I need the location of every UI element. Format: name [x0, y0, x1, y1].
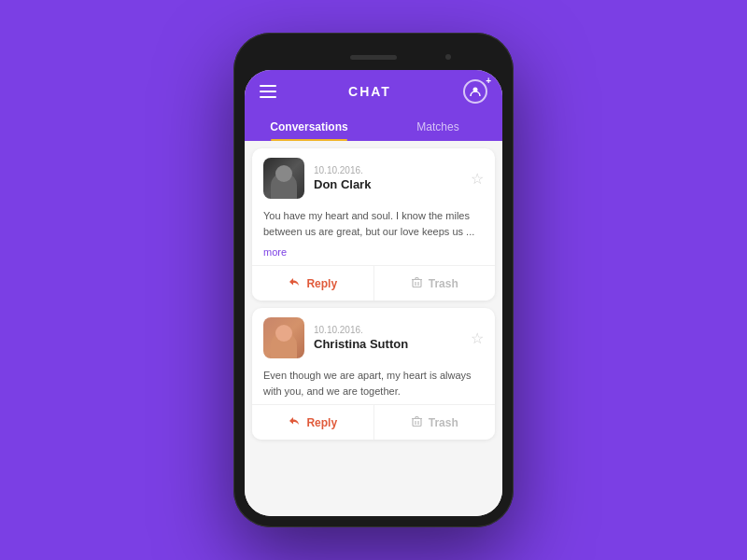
star-button-1[interactable]: ☆	[471, 170, 484, 188]
reply-icon-2	[288, 414, 301, 430]
message-name-2: Christina Sutton	[314, 337, 461, 351]
message-header-2: 10.10.2016. Christina Sutton ☆	[252, 308, 495, 364]
phone-frame: CHAT Conversations Matches	[233, 33, 514, 527]
message-body-1: You have my heart and soul. I know the m…	[252, 204, 495, 245]
star-button-2[interactable]: ☆	[471, 329, 484, 347]
trash-icon-1	[411, 276, 423, 291]
phone-screen: CHAT Conversations Matches	[245, 70, 502, 516]
message-meta-2: 10.10.2016. Christina Sutton	[314, 325, 461, 351]
message-header-1: 10.10.2016. Don Clark ☆	[252, 148, 495, 204]
message-date-1: 10.10.2016.	[314, 165, 461, 175]
message-actions-1: Reply Trash	[252, 265, 495, 301]
phone-speaker	[350, 55, 397, 60]
message-name-1: Don Clark	[314, 177, 461, 191]
message-body-2: Even though we are apart, my heart is al…	[252, 364, 495, 404]
app-header: CHAT	[245, 70, 502, 113]
phone-camera	[445, 54, 451, 60]
messages-list: 10.10.2016. Don Clark ☆ You have my hear…	[245, 141, 502, 516]
more-link-1[interactable]: more	[252, 245, 495, 265]
message-meta-1: 10.10.2016. Don Clark	[314, 165, 461, 191]
profile-button[interactable]	[463, 79, 487, 104]
menu-button[interactable]	[260, 85, 276, 98]
trash-button-1[interactable]: Trash	[374, 266, 496, 301]
message-date-2: 10.10.2016.	[314, 325, 461, 335]
message-card-1: 10.10.2016. Don Clark ☆ You have my hear…	[252, 148, 495, 301]
reply-button-2[interactable]: Reply	[252, 405, 374, 440]
avatar-christina	[263, 317, 304, 358]
trash-icon-2	[411, 415, 423, 430]
reply-icon-1	[288, 275, 301, 291]
svg-rect-1	[413, 279, 421, 287]
header-title: CHAT	[348, 84, 391, 99]
trash-button-2[interactable]: Trash	[374, 405, 496, 440]
tab-conversations[interactable]: Conversations	[245, 113, 374, 141]
message-actions-2: Reply Trash	[252, 404, 495, 440]
avatar-don	[263, 158, 304, 199]
phone-notch	[245, 44, 502, 70]
tabs-bar: Conversations Matches	[245, 113, 502, 141]
svg-rect-5	[413, 418, 421, 426]
tab-matches[interactable]: Matches	[374, 113, 502, 141]
reply-button-1[interactable]: Reply	[252, 266, 374, 301]
message-card-2: 10.10.2016. Christina Sutton ☆ Even thou…	[252, 308, 495, 440]
